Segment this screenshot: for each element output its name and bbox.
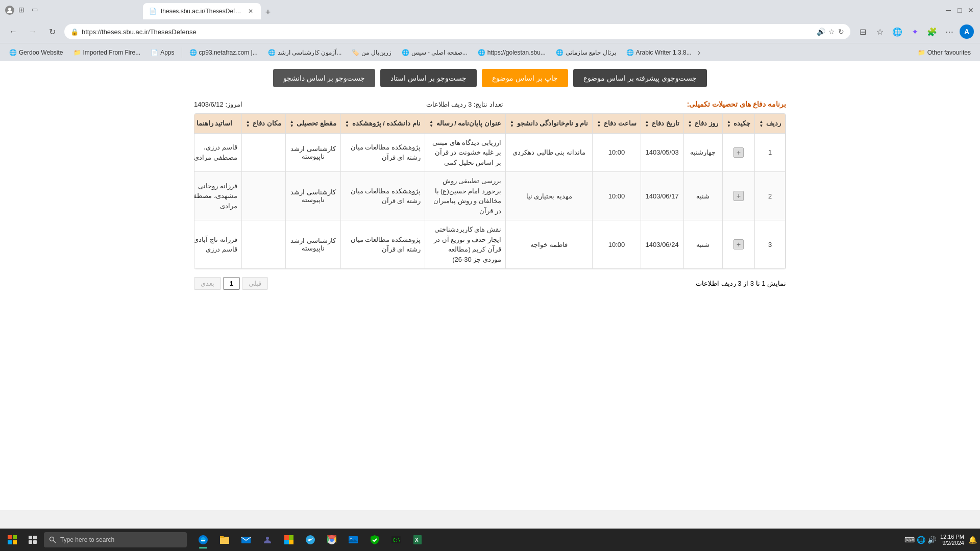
taskbar-photos-icon[interactable] (343, 530, 363, 550)
col-supervisors: اساتید راهنما ▲▼ (194, 114, 241, 134)
vertical-tabs-icon[interactable]: ▭ (32, 6, 41, 15)
svg-rect-3 (8, 540, 12, 544)
copilot-icon[interactable]: ✦ (908, 24, 922, 39)
taskbar-clock[interactable]: 12:16 PM 9/2/2024 (940, 534, 964, 546)
edge-icon[interactable]: 🌐 (890, 24, 904, 39)
col-location: مکان دفاع ▲▼ (241, 114, 285, 134)
pagination: نمایش 1 تا 3 از 3 ردیف اطلاعات قبلی 1 بع… (194, 277, 786, 290)
bookmark-icon: 🌐 (478, 49, 485, 56)
cell-expand[interactable]: + (722, 133, 755, 172)
cell-supervisors: فرزانه تاج آبادی، قاسم درزی (194, 220, 241, 269)
sort-icon-faculty[interactable]: ▲▼ (345, 120, 349, 128)
cell-date: 1403/06/17 (641, 172, 683, 220)
svg-text:C:\: C:\ (393, 538, 401, 543)
sort-icon-date[interactable]: ▲▼ (645, 120, 649, 128)
bookmark-icon: 🌐 (556, 49, 564, 56)
sort-icon-abstract[interactable]: ▲▼ (727, 120, 731, 128)
header-buttons: جست‌وجوی پیشرفته بر اساس موضوع چاپ بر اس… (194, 61, 786, 95)
cell-title: نقش های کاربردشناختی ایجاز حذف و توزیع آ… (425, 220, 506, 269)
expand-button[interactable]: + (733, 239, 744, 249)
minimize-button[interactable]: ─ (944, 6, 952, 14)
profile-button[interactable]: A (960, 24, 974, 39)
expand-button[interactable]: + (733, 191, 744, 201)
cell-faculty: پژوهشکده مطالعات میان رشته ای قرآن (341, 172, 425, 220)
taskbar-antivirus-icon[interactable] (364, 530, 385, 550)
read-aloud-icon[interactable]: 🔊 (817, 28, 825, 36)
collections-icon[interactable]: ⊞ (18, 6, 28, 15)
prev-page-button[interactable]: قبلی (242, 277, 268, 290)
sort-icon-time[interactable]: ▲▼ (597, 120, 601, 128)
taskbar-right: ⌨ 🌐 🔊 12:16 PM 9/2/2024 🔔 (904, 534, 977, 546)
other-favourites-folder-icon: 📁 (918, 49, 925, 56)
cell-location (241, 133, 285, 172)
taskbar-excel-icon[interactable]: X (407, 530, 428, 550)
next-page-button[interactable]: بعدی (194, 277, 221, 290)
split-screen-icon[interactable]: ⊟ (855, 24, 870, 39)
bookmark-arabic[interactable]: 🌐 Arabic Writer 1.3.8... (622, 47, 696, 58)
network-icon[interactable]: 🌐 (917, 536, 925, 544)
search-by-teacher-button[interactable]: جست‌وجو بر اساس استاد (380, 69, 477, 87)
page-1-button[interactable]: 1 (223, 277, 240, 290)
bookmark-samaneh[interactable]: 🌐 صفحه اصلی - سیس... (398, 47, 472, 58)
bookmark-gerdoo[interactable]: 🌐 Gerdoo Website (5, 47, 67, 58)
notification-icon[interactable]: 🔔 (968, 536, 977, 544)
taskbar-chrome-icon[interactable] (322, 530, 342, 550)
maximize-button[interactable]: □ (955, 6, 964, 14)
sort-icon-day[interactable]: ▲▼ (688, 120, 692, 128)
bookmark-portal[interactable]: 🌐 پرتال جامع سازمانی (552, 47, 620, 58)
active-tab[interactable]: 📄 theses.sbu.ac.ir/ThesesDefense ✕ (143, 3, 261, 19)
task-view-button[interactable] (23, 531, 42, 549)
taskbar-explorer-icon[interactable] (214, 530, 235, 550)
taskbar-edge-icon[interactable] (193, 530, 213, 550)
more-menu-button[interactable]: ⋯ (942, 24, 957, 39)
taskbar-search-box[interactable]: Type here to search (44, 532, 187, 547)
extensions-icon[interactable]: 🧩 (925, 24, 939, 39)
expand-button[interactable]: + (733, 147, 744, 158)
bookmark-star-icon[interactable]: ☆ (828, 28, 835, 36)
svg-rect-12 (220, 538, 229, 544)
profile-icon[interactable] (5, 6, 14, 15)
advanced-search-button[interactable]: جست‌وجوی پیشرفته بر اساس موضوع (573, 69, 707, 87)
bookmark-apps[interactable]: 📄 Apps (146, 47, 178, 58)
address-input-container[interactable]: 🔒 https://theses.sbu.ac.ir/ThesesDefense… (64, 24, 850, 39)
taskbar-telegram-icon[interactable] (300, 530, 321, 550)
lock-icon: 🔒 (70, 28, 79, 36)
cell-expand[interactable]: + (722, 220, 755, 269)
taskbar-sys-icons: ⌨ 🌐 🔊 (904, 536, 936, 544)
tab-close-button[interactable]: ✕ (247, 7, 255, 15)
sort-icon-title[interactable]: ▲▼ (429, 120, 433, 128)
other-favourites[interactable]: 📁 Other favourites (914, 47, 975, 58)
keyboard-icon[interactable]: ⌨ (904, 536, 915, 544)
refresh-icon[interactable]: ↻ (838, 28, 844, 36)
taskbar-store-icon[interactable] (279, 530, 299, 550)
bookmarks-more-btn[interactable]: › (698, 48, 700, 57)
taskbar-cmd-icon[interactable]: C:\ (386, 530, 406, 550)
reload-button[interactable]: ↻ (45, 24, 59, 39)
cell-expand[interactable]: + (722, 172, 755, 220)
svg-rect-8 (33, 540, 37, 544)
start-button[interactable] (3, 531, 21, 549)
col-faculty: نام دانشکده / پژوهشکده ▲▼ (341, 114, 425, 134)
back-button[interactable]: ← (6, 24, 20, 39)
taskbar-teams-icon[interactable] (257, 530, 278, 550)
sort-icon-student[interactable]: ▲▼ (510, 120, 514, 128)
search-by-student-button[interactable]: جست‌وجو بر اساس دانشجو (273, 69, 376, 87)
print-button[interactable]: چاپ بر اساس موضوع (482, 69, 568, 87)
bookmark-cp93[interactable]: 🌐 cp93.netafraz.com |... (185, 47, 262, 58)
sort-icon-degree[interactable]: ▲▼ (290, 120, 294, 128)
bookmark-zarrinpal[interactable]: 🏷️ زرین‌پال من (348, 47, 395, 58)
bookmark-imported[interactable]: 📁 Imported From Fire... (69, 47, 145, 58)
pagination-buttons: قبلی 1 بعدی (194, 277, 268, 290)
cell-degree: کارشناسی ارشد ناپیوسته (285, 133, 340, 172)
sort-icon-location[interactable]: ▲▼ (246, 120, 250, 128)
sort-icon-rownum[interactable]: ▲▼ (759, 120, 763, 128)
page-scroll-area[interactable]: جست‌وجوی پیشرفته بر اساس موضوع چاپ بر اس… (0, 61, 980, 510)
forward-button[interactable]: → (26, 24, 40, 39)
new-tab-button[interactable]: + (261, 5, 275, 19)
favorites-icon[interactable]: ☆ (873, 24, 887, 39)
close-button[interactable]: ✕ (967, 6, 975, 14)
taskbar-mail-icon[interactable] (236, 530, 256, 550)
volume-icon[interactable]: 🔊 (927, 536, 936, 544)
bookmark-azmoon[interactable]: 🌐 آزمون کارشناسی ارشد... (264, 47, 346, 58)
bookmark-golestan[interactable]: 🌐 https://golestan.sbu... (474, 47, 550, 58)
